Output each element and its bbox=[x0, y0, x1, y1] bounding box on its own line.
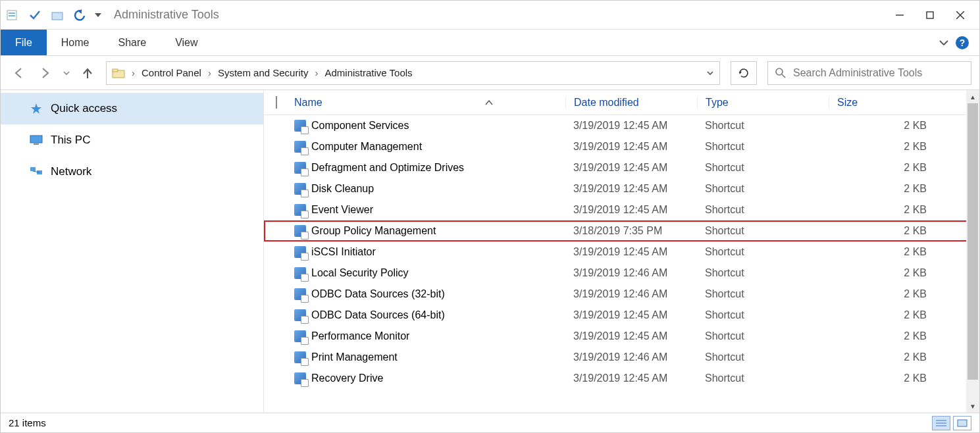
file-row[interactable]: Defragment and Optimize Drives3/19/2019 … bbox=[264, 157, 979, 178]
file-name: Component Services bbox=[311, 120, 565, 132]
shortcut-icon bbox=[294, 225, 311, 237]
svg-point-14 bbox=[776, 68, 783, 75]
chevron-right-icon: › bbox=[312, 67, 321, 78]
thumbnails-view-icon[interactable] bbox=[953, 416, 971, 430]
scroll-up-icon[interactable]: ▲ bbox=[966, 90, 979, 103]
file-date: 3/19/2019 12:45 AM bbox=[565, 330, 697, 342]
file-name: iSCSI Initiator bbox=[311, 246, 565, 258]
scroll-thumb[interactable] bbox=[967, 103, 978, 380]
file-row[interactable]: Recovery Drive3/19/2019 12:45 AMShortcut… bbox=[264, 368, 979, 389]
close-button[interactable] bbox=[945, 5, 975, 26]
svg-rect-25 bbox=[958, 420, 967, 426]
tab-home[interactable]: Home bbox=[47, 30, 104, 55]
svg-rect-7 bbox=[927, 12, 933, 18]
column-type[interactable]: Type bbox=[697, 97, 829, 109]
file-date: 3/19/2019 12:45 AM bbox=[565, 120, 697, 132]
sidebar-item-this-pc[interactable]: This PC bbox=[1, 124, 263, 156]
folder-icon[interactable] bbox=[49, 7, 65, 23]
titlebar: Administrative Tools bbox=[1, 1, 979, 30]
minimize-button[interactable] bbox=[885, 5, 915, 26]
network-icon bbox=[30, 165, 43, 178]
search-box[interactable] bbox=[767, 61, 971, 85]
file-date: 3/19/2019 12:46 AM bbox=[565, 351, 697, 363]
file-size: 2 KB bbox=[829, 330, 979, 342]
shortcut-icon bbox=[294, 162, 311, 174]
file-row[interactable]: Local Security Policy3/19/2019 12:46 AMS… bbox=[264, 263, 979, 284]
svg-marker-5 bbox=[95, 13, 101, 17]
chevron-down-icon[interactable] bbox=[706, 69, 714, 77]
file-date: 3/19/2019 12:45 AM bbox=[565, 246, 697, 258]
scroll-down-icon[interactable]: ▼ bbox=[966, 399, 979, 413]
file-type: Shortcut bbox=[697, 288, 829, 300]
shortcut-icon bbox=[294, 309, 311, 321]
ribbon-collapse-icon[interactable] bbox=[939, 38, 949, 48]
vertical-scrollbar[interactable]: ▲ ▼ bbox=[966, 90, 979, 413]
details-view-icon[interactable] bbox=[932, 416, 950, 430]
file-size: 2 KB bbox=[829, 141, 979, 153]
shortcut-icon bbox=[294, 351, 311, 363]
sort-asc-icon bbox=[485, 100, 493, 105]
file-row[interactable]: Event Viewer3/19/2019 12:45 AMShortcut2 … bbox=[264, 199, 979, 220]
file-size: 2 KB bbox=[829, 372, 979, 384]
file-name: ODBC Data Sources (64-bit) bbox=[311, 309, 565, 321]
navigation-bar: › Control Panel › System and Security › … bbox=[1, 56, 979, 90]
undo-icon[interactable] bbox=[72, 7, 88, 23]
sidebar-item-label: This PC bbox=[51, 134, 90, 147]
status-bar: 21 items bbox=[1, 413, 979, 432]
breadcrumb-segment[interactable]: System and Security bbox=[218, 67, 309, 78]
column-date[interactable]: Date modified bbox=[565, 97, 697, 109]
file-name: Performance Monitor bbox=[311, 330, 565, 342]
column-size[interactable]: Size bbox=[829, 97, 979, 109]
file-row[interactable]: Disk Cleanup3/19/2019 12:45 AMShortcut2 … bbox=[264, 178, 979, 199]
properties-icon[interactable] bbox=[5, 7, 20, 23]
checkmark-icon[interactable] bbox=[27, 7, 43, 23]
file-name: ODBC Data Sources (32-bit) bbox=[311, 288, 565, 300]
status-item-count: 21 items bbox=[9, 417, 46, 428]
file-date: 3/18/2019 7:35 PM bbox=[565, 225, 697, 237]
file-date: 3/19/2019 12:45 AM bbox=[565, 162, 697, 174]
help-icon[interactable]: ? bbox=[956, 36, 969, 49]
svg-rect-19 bbox=[30, 167, 36, 171]
tab-view[interactable]: View bbox=[161, 30, 212, 55]
column-name[interactable]: Name bbox=[294, 97, 565, 109]
file-size: 2 KB bbox=[829, 120, 979, 132]
file-row[interactable]: ODBC Data Sources (64-bit)3/19/2019 12:4… bbox=[264, 305, 979, 326]
tab-file[interactable]: File bbox=[1, 30, 47, 55]
refresh-button[interactable] bbox=[731, 61, 757, 85]
chevron-right-icon: › bbox=[129, 67, 138, 78]
breadcrumb-segment[interactable]: Control Panel bbox=[142, 67, 201, 78]
file-size: 2 KB bbox=[829, 351, 979, 363]
star-icon bbox=[30, 102, 43, 115]
breadcrumb[interactable]: › Control Panel › System and Security › … bbox=[106, 61, 720, 85]
up-button[interactable] bbox=[77, 63, 98, 84]
svg-marker-4 bbox=[78, 9, 82, 14]
file-row[interactable]: iSCSI Initiator3/19/2019 12:45 AMShortcu… bbox=[264, 242, 979, 263]
column-headers: Name Date modified Type Size bbox=[264, 90, 979, 115]
monitor-icon bbox=[30, 134, 43, 147]
file-date: 3/19/2019 12:46 AM bbox=[565, 288, 697, 300]
maximize-button[interactable] bbox=[915, 5, 945, 26]
file-name: Recovery Drive bbox=[311, 372, 565, 384]
file-row[interactable]: Component Services3/19/2019 12:45 AMShor… bbox=[264, 115, 979, 136]
rows-container: Component Services3/19/2019 12:45 AMShor… bbox=[264, 115, 979, 413]
svg-rect-3 bbox=[52, 13, 63, 20]
search-input[interactable] bbox=[793, 67, 964, 79]
file-row[interactable]: Group Policy Management3/18/2019 7:35 PM… bbox=[264, 220, 979, 242]
file-row[interactable]: ODBC Data Sources (32-bit)3/19/2019 12:4… bbox=[264, 284, 979, 305]
breadcrumb-segment[interactable]: Administrative Tools bbox=[324, 67, 412, 78]
svg-rect-18 bbox=[34, 143, 39, 145]
sidebar-item-label: Quick access bbox=[51, 102, 117, 115]
sidebar-item-quick-access[interactable]: Quick access bbox=[1, 93, 263, 124]
qat-dropdown-icon[interactable] bbox=[94, 7, 102, 23]
svg-line-15 bbox=[782, 74, 785, 78]
file-row[interactable]: Computer Management3/19/2019 12:45 AMSho… bbox=[264, 136, 979, 157]
select-all-checkbox[interactable] bbox=[276, 96, 277, 109]
file-row[interactable]: Performance Monitor3/19/2019 12:45 AMSho… bbox=[264, 326, 979, 347]
back-button[interactable] bbox=[9, 63, 30, 84]
forward-button[interactable] bbox=[35, 63, 56, 84]
file-row[interactable]: Print Management3/19/2019 12:46 AMShortc… bbox=[264, 347, 979, 368]
sidebar-item-network[interactable]: Network bbox=[1, 156, 263, 188]
recent-dropdown-icon[interactable] bbox=[61, 63, 72, 84]
tab-share[interactable]: Share bbox=[103, 30, 161, 55]
file-date: 3/19/2019 12:45 AM bbox=[565, 204, 697, 216]
